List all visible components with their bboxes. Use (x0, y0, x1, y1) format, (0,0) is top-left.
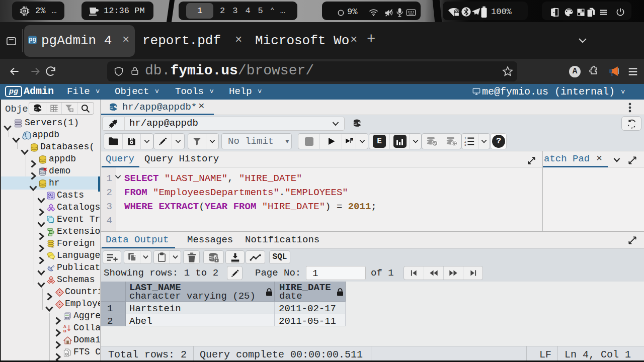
svg-text:3: 3 (464, 143, 466, 146)
svg-text:1: 1 (351, 138, 353, 140)
svg-text:B: B (63, 329, 66, 333)
